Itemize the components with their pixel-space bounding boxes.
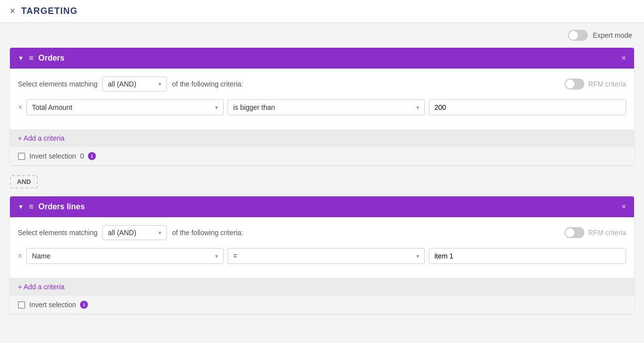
orders-invert-label: Invert selection <box>29 152 76 160</box>
orders-lines-matching-label: Select elements matching <box>18 229 97 237</box>
orders-lines-title: Orders lines <box>38 202 616 211</box>
orders-criteria-value-input[interactable] <box>429 99 626 115</box>
orders-db-icon: ≡ <box>29 54 33 63</box>
orders-block: ▼ ≡ Orders × Select elements matching al… <box>10 48 634 165</box>
orders-criteria-operator-chevron-icon: ▾ <box>416 104 419 111</box>
orders-lines-criteria-row-0: × Name ▾ = ▾ <box>18 248 626 264</box>
close-icon[interactable]: × <box>10 6 15 16</box>
orders-rfm-label: RFM criteria <box>588 80 626 88</box>
orders-lines-block-header: ▼ ≡ Orders lines × <box>10 196 634 217</box>
orders-invert-info-icon[interactable]: i <box>88 152 96 160</box>
orders-lines-criteria-operator-value: = <box>233 252 237 260</box>
orders-title: Orders <box>38 54 616 63</box>
orders-chevron-icon[interactable]: ▼ <box>18 55 24 62</box>
orders-block-header: ▼ ≡ Orders × <box>10 48 634 69</box>
and-connector: AND <box>10 175 634 188</box>
page-header: × TARGETING <box>0 0 644 23</box>
orders-matching-row: Select elements matching all (AND) ▾ of … <box>18 77 626 91</box>
orders-matching-value: all (AND) <box>108 80 136 88</box>
orders-lines-invert-checkbox[interactable] <box>18 301 25 309</box>
orders-criteria-field-chevron-icon: ▾ <box>215 104 218 111</box>
orders-matching-label: Select elements matching <box>18 80 97 88</box>
expert-mode-bar: Expert mode <box>0 23 644 48</box>
orders-lines-rfm-toggle[interactable] <box>564 227 584 238</box>
orders-lines-rfm-area: RFM criteria <box>564 227 626 238</box>
orders-add-criteria-button[interactable]: + Add a criteria <box>18 134 65 142</box>
expert-mode-label: Expert mode <box>593 31 632 39</box>
orders-criteria-field-select[interactable]: Total Amount ▾ <box>26 99 224 115</box>
orders-lines-add-criteria-button[interactable]: + Add a criteria <box>18 283 65 291</box>
orders-lines-close-icon[interactable]: × <box>622 202 626 211</box>
orders-rfm-area: RFM criteria <box>564 79 626 89</box>
orders-lines-criteria-operator-select[interactable]: = ▾ <box>228 248 425 264</box>
orders-lines-chevron-icon[interactable]: ▼ <box>18 203 24 210</box>
orders-lines-body: Select elements matching all (AND) ▾ of … <box>10 217 634 278</box>
orders-lines-matching-select[interactable]: all (AND) ▾ <box>102 225 167 240</box>
orders-lines-criteria-remove-icon[interactable]: × <box>18 252 22 260</box>
orders-lines-criteria-value-input[interactable] <box>429 248 626 264</box>
orders-lines-invert-bar: Invert selection i <box>10 296 634 314</box>
orders-lines-invert-label: Invert selection <box>29 301 76 309</box>
expert-mode-toggle[interactable] <box>568 30 588 41</box>
and-badge[interactable]: AND <box>10 175 38 188</box>
orders-lines-add-criteria-bar: + Add a criteria <box>10 278 634 296</box>
orders-body: Select elements matching all (AND) ▾ of … <box>10 69 634 129</box>
orders-invert-count: 0 <box>80 152 84 160</box>
orders-lines-matching-row: Select elements matching all (AND) ▾ of … <box>18 225 626 240</box>
orders-invert-checkbox[interactable] <box>18 153 25 160</box>
orders-lines-matching-suffix: of the following criteria: <box>172 229 243 237</box>
orders-lines-matching-value: all (AND) <box>108 229 136 237</box>
orders-criteria-remove-icon[interactable]: × <box>18 103 22 112</box>
orders-lines-matching-chevron-icon: ▾ <box>159 230 161 236</box>
orders-add-criteria-bar: + Add a criteria <box>10 129 634 147</box>
orders-matching-select[interactable]: all (AND) ▾ <box>102 77 167 91</box>
orders-criteria-operator-select[interactable]: is bigger than ▾ <box>228 99 425 115</box>
orders-lines-block: ▼ ≡ Orders lines × Select elements match… <box>10 196 634 314</box>
orders-criteria-row-0: × Total Amount ▾ is bigger than ▾ <box>18 99 626 115</box>
orders-matching-chevron-icon: ▾ <box>159 81 161 87</box>
orders-criteria-field-value: Total Amount <box>32 103 72 111</box>
orders-rfm-toggle[interactable] <box>564 79 584 89</box>
orders-lines-criteria-field-value: Name <box>32 252 50 260</box>
orders-lines-invert-info-icon[interactable]: i <box>80 301 88 309</box>
orders-invert-bar: Invert selection 0 i <box>10 147 634 165</box>
orders-lines-rfm-label: RFM criteria <box>588 229 626 237</box>
orders-matching-suffix: of the following criteria: <box>172 80 243 88</box>
orders-close-icon[interactable]: × <box>622 54 626 63</box>
page-title: TARGETING <box>21 6 78 16</box>
orders-lines-criteria-field-select[interactable]: Name ▾ <box>26 248 224 264</box>
orders-lines-criteria-field-chevron-icon: ▾ <box>215 253 218 259</box>
orders-criteria-operator-value: is bigger than <box>233 103 275 111</box>
orders-lines-criteria-operator-chevron-icon: ▾ <box>416 253 419 259</box>
orders-lines-db-icon: ≡ <box>29 202 33 211</box>
